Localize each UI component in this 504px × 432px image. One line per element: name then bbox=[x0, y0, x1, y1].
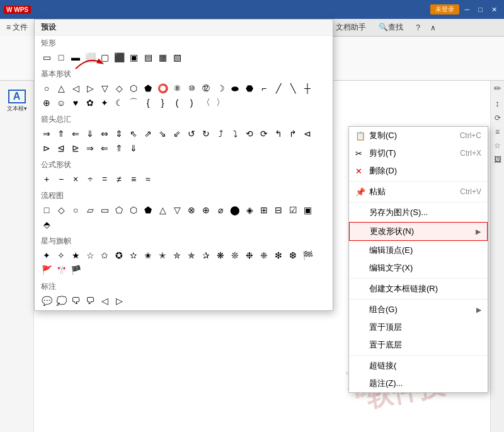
menu-to-top[interactable]: 置于顶层 bbox=[349, 318, 488, 336]
menu-save-image[interactable]: 另存为图片(S)... bbox=[349, 204, 488, 221]
shape-arrow-17[interactable]: ↰ bbox=[272, 127, 285, 141]
menu-edit-text[interactable]: 编辑文字(X) bbox=[349, 259, 488, 277]
shape-basic-8[interactable]: ⬟ bbox=[141, 81, 155, 95]
tab-doc-helper[interactable]: 文档助手 bbox=[329, 19, 372, 37]
shape-arrow-18[interactable]: ↱ bbox=[286, 127, 300, 141]
shape-flow-2[interactable]: ◇ bbox=[54, 203, 68, 217]
shape-rect-8[interactable]: ▤ bbox=[141, 50, 155, 64]
login-button[interactable]: 未登录 bbox=[430, 4, 459, 15]
shape-star-6[interactable]: ✪ bbox=[112, 248, 126, 262]
shape-star-3[interactable]: ★ bbox=[69, 248, 83, 262]
textbox-sidebar-item[interactable]: A 文本框▾ bbox=[6, 87, 28, 115]
shape-flow-11[interactable]: ⊗ bbox=[185, 203, 198, 217]
shape-formula-8[interactable]: ≈ bbox=[141, 172, 155, 186]
right-tool-2[interactable]: ↕ bbox=[495, 98, 500, 108]
shape-flow-7[interactable]: ⬡ bbox=[127, 203, 140, 217]
shape-basic-2[interactable]: △ bbox=[54, 81, 68, 95]
shape-arrow-8[interactable]: ⇗ bbox=[141, 127, 155, 141]
shape-star-5[interactable]: ✩ bbox=[98, 248, 112, 262]
shape-flow-5[interactable]: ▭ bbox=[98, 203, 112, 217]
shape-arrow-10[interactable]: ⇙ bbox=[170, 127, 184, 141]
basic-shapes[interactable]: ○ △ ◁ ▷ ▽ ◇ ⬡ ⬟ ⭕ ⑧ ⑩ ⑫ ☽ ⬬ ⬣ ⌐ ╱ ╲ ┼ ⊕ bbox=[35, 80, 333, 112]
close-button[interactable]: ✕ bbox=[488, 4, 500, 15]
shape-star-14[interactable]: ❊ bbox=[228, 248, 242, 262]
shape-rect-2[interactable]: □ bbox=[54, 50, 68, 64]
shape-arrow-12[interactable]: ↻ bbox=[199, 127, 213, 141]
shape-basic-14[interactable]: ⬬ bbox=[228, 81, 242, 95]
right-tool-6[interactable]: 🖼 bbox=[494, 155, 501, 164]
shape-arrow-11[interactable]: ↺ bbox=[185, 127, 198, 141]
minimize-button[interactable]: ─ bbox=[462, 4, 473, 15]
menu-edit-vertices[interactable]: 编辑顶点(E) bbox=[349, 242, 488, 259]
shape-callout-3[interactable]: 🗨 bbox=[69, 294, 83, 308]
file-menu-tab[interactable]: ≡ 文件 bbox=[0, 19, 35, 37]
shape-arrow-24[interactable]: ⇐ bbox=[98, 141, 112, 155]
title-right[interactable]: 未登录 ─ □ ✕ bbox=[430, 4, 500, 15]
shape-flow-10[interactable]: ▽ bbox=[170, 203, 184, 217]
shape-basic-17[interactable]: ╱ bbox=[272, 81, 285, 95]
shape-basic-5[interactable]: ▽ bbox=[98, 81, 112, 95]
shape-basic-28[interactable]: } bbox=[156, 96, 169, 110]
shape-basic-21[interactable]: ☺ bbox=[54, 96, 68, 110]
shape-basic-11[interactable]: ⑩ bbox=[185, 81, 198, 95]
shape-formula-6[interactable]: ≠ bbox=[112, 172, 126, 186]
shape-flow-18[interactable]: ☑ bbox=[286, 203, 300, 217]
shape-arrow-13[interactable]: ⤴ bbox=[214, 127, 227, 141]
shape-arrow-5[interactable]: ⇔ bbox=[98, 127, 112, 141]
shape-arrow-14[interactable]: ⤵ bbox=[228, 127, 242, 141]
shape-rect-6[interactable]: ⬛ bbox=[112, 50, 126, 64]
shape-flow-1[interactable]: □ bbox=[40, 203, 54, 217]
shape-formula-1[interactable]: + bbox=[40, 172, 54, 186]
shape-arrow-6[interactable]: ⇕ bbox=[112, 127, 126, 141]
shape-flow-8[interactable]: ⬟ bbox=[141, 203, 155, 217]
shape-formula-3[interactable]: × bbox=[69, 172, 83, 186]
shape-star-9[interactable]: ✭ bbox=[156, 248, 169, 262]
shape-arrow-3[interactable]: ⇐ bbox=[69, 127, 83, 141]
right-tool-4[interactable]: ≡ bbox=[495, 127, 500, 136]
menu-create-link[interactable]: 创建文本框链接(R) bbox=[349, 280, 488, 298]
shape-basic-16[interactable]: ⌐ bbox=[257, 81, 271, 95]
shape-arrow-21[interactable]: ⊴ bbox=[54, 141, 68, 155]
shape-arrow-26[interactable]: ⇓ bbox=[127, 141, 140, 155]
shape-star-10[interactable]: ✮ bbox=[170, 248, 184, 262]
shape-arrow-22[interactable]: ⊵ bbox=[69, 141, 83, 155]
shape-basic-27[interactable]: { bbox=[141, 96, 155, 110]
shape-callout-4[interactable]: 🗩 bbox=[83, 294, 97, 308]
shape-star-2[interactable]: ✧ bbox=[54, 248, 68, 262]
shape-rect-9[interactable]: ▦ bbox=[156, 50, 169, 64]
shape-arrow-25[interactable]: ⇑ bbox=[112, 141, 126, 155]
shape-basic-24[interactable]: ✦ bbox=[98, 96, 112, 110]
shape-star-7[interactable]: ✫ bbox=[127, 248, 140, 262]
shape-basic-25[interactable]: ☾ bbox=[112, 96, 126, 110]
shape-basic-26[interactable]: ⌒ bbox=[127, 96, 140, 110]
shape-basic-7[interactable]: ⬡ bbox=[127, 81, 140, 95]
shape-arrow-20[interactable]: ⊳ bbox=[40, 141, 54, 155]
shape-formula-2[interactable]: − bbox=[54, 172, 68, 186]
shape-arrow-4[interactable]: ⇓ bbox=[83, 127, 97, 141]
shape-arrow-23[interactable]: ⇒ bbox=[83, 141, 97, 155]
search-tab[interactable]: 🔍查找 bbox=[372, 19, 410, 37]
collapse-tab[interactable]: ∧ bbox=[427, 19, 440, 37]
shape-flow-3[interactable]: ○ bbox=[69, 203, 83, 217]
menu-caption[interactable]: 题注(Z)... bbox=[349, 375, 488, 392]
shape-basic-15[interactable]: ⬣ bbox=[243, 81, 256, 95]
shape-arrow-9[interactable]: ⇘ bbox=[156, 127, 169, 141]
shape-rect-7[interactable]: ▣ bbox=[127, 50, 140, 64]
menu-cut[interactable]: ✂ 剪切(T) Ctrl+X bbox=[349, 144, 488, 162]
shape-flow-6[interactable]: ⬠ bbox=[112, 203, 126, 217]
right-tool-5[interactable]: ☆ bbox=[494, 141, 501, 150]
shape-star-17[interactable]: ❇ bbox=[272, 248, 285, 262]
shape-basic-20[interactable]: ⊕ bbox=[40, 96, 54, 110]
shape-arrow-2[interactable]: ⇑ bbox=[54, 127, 68, 141]
shape-formula-4[interactable]: ÷ bbox=[83, 172, 97, 186]
flowchart-shapes[interactable]: □ ◇ ○ ▱ ▭ ⬠ ⬡ ⬟ △ ▽ ⊗ ⊕ ⌀ ⬤ ◈ ⊞ ⊟ ☑ ▣ ⬘ bbox=[35, 202, 333, 234]
menu-group[interactable]: 组合(G) ▶ bbox=[349, 301, 488, 318]
arrow-shapes[interactable]: ⇒ ⇑ ⇐ ⇓ ⇔ ⇕ ⇖ ⇗ ⇘ ⇙ ↺ ↻ ⤴ ⤵ ⟲ ⟳ ↰ ↱ ⊲ ⊳ bbox=[35, 126, 333, 158]
shape-callout-5[interactable]: ◁ bbox=[98, 294, 112, 308]
shape-star-20[interactable]: 🚩 bbox=[40, 263, 54, 277]
menu-change-shape[interactable]: 更改形状(N) ▶ bbox=[349, 222, 488, 241]
shape-star-4[interactable]: ☆ bbox=[83, 248, 97, 262]
shape-star-12[interactable]: ✰ bbox=[199, 248, 213, 262]
shape-flow-14[interactable]: ⬤ bbox=[228, 203, 242, 217]
shape-flow-16[interactable]: ⊞ bbox=[257, 203, 271, 217]
